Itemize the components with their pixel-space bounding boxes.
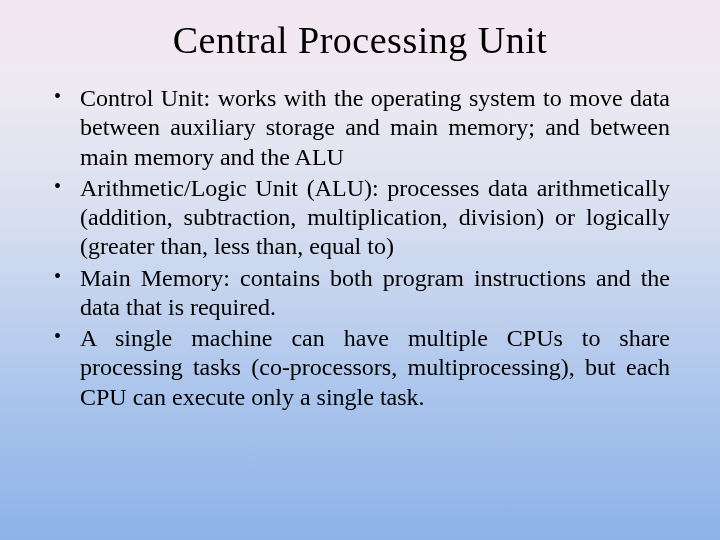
list-item: Arithmetic/Logic Unit (ALU): processes d…	[50, 174, 670, 262]
bullet-list: Control Unit: works with the operating s…	[40, 84, 680, 412]
list-item: A single machine can have multiple CPUs …	[50, 324, 670, 412]
list-item: Control Unit: works with the operating s…	[50, 84, 670, 172]
list-item: Main Memory: contains both program instr…	[50, 264, 670, 323]
slide: Central Processing Unit Control Unit: wo…	[0, 0, 720, 540]
page-title: Central Processing Unit	[40, 18, 680, 62]
